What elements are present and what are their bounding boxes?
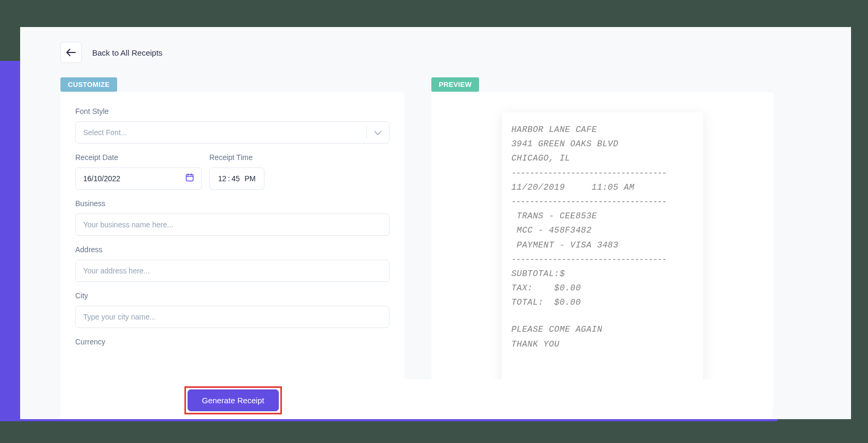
receipt-city: CHICAGO, IL	[511, 152, 694, 166]
receipt-divider: ----------------------------------	[511, 253, 694, 267]
date-time-row: Receipt Date 16/10/2022 Receipt Time	[75, 153, 389, 190]
receipt-time-input[interactable]: 12 : 45 PM	[209, 167, 264, 190]
font-style-field: Font Style Select Font...	[75, 107, 389, 144]
receipt-date-field: Receipt Date 16/10/2022	[75, 153, 202, 190]
receipt-preview: HARBOR LANE CAFE 3941 GREEN OAKS BLVD CH…	[502, 112, 703, 387]
customize-badge: CUSTOMIZE	[60, 77, 117, 92]
receipt-trans: TRANS - CEE853E	[511, 209, 694, 224]
city-field: City	[75, 291, 389, 328]
calendar-icon	[185, 173, 194, 184]
bottom-bar	[60, 379, 773, 419]
receipt-footer2: THANK YOU	[511, 338, 694, 352]
select-divider	[366, 126, 367, 139]
receipt-payment: PAYMENT - VISA 3483	[511, 238, 694, 253]
receipt-date-value: 16/10/2022	[83, 174, 120, 183]
back-nav: Back to All Receipts	[60, 42, 163, 63]
svg-rect-0	[187, 175, 193, 181]
receipt-divider: ----------------------------------	[511, 195, 694, 209]
receipt-time-field: Receipt Time 12 : 45 PM	[209, 153, 264, 190]
preview-badge: PREVIEW	[431, 77, 479, 92]
font-style-label: Font Style	[75, 107, 389, 116]
currency-field: Currency	[75, 338, 389, 346]
receipt-datetime: 11/20/2019 11:05 AM	[511, 181, 694, 195]
preview-panel: HARBOR LANE CAFE 3941 GREEN OAKS BLVD CH…	[431, 92, 774, 407]
font-style-select[interactable]: Select Font...	[75, 121, 389, 144]
business-input[interactable]	[75, 214, 389, 236]
back-label: Back to All Receipts	[92, 48, 163, 57]
main-card: Back to All Receipts CUSTOMIZE PREVIEW F…	[20, 27, 851, 419]
receipt-address: 3941 GREEN OAKS BLVD	[511, 137, 694, 152]
city-input[interactable]	[75, 306, 389, 328]
receipt-date-label: Receipt Date	[75, 153, 202, 162]
receipt-subtotal: SUBTOTAL:$	[511, 267, 694, 281]
receipt-time-label: Receipt Time	[209, 153, 264, 162]
address-label: Address	[75, 245, 389, 254]
receipt-tax: TAX: $0.00	[511, 281, 694, 296]
currency-label: Currency	[75, 338, 389, 346]
receipt-divider: ----------------------------------	[511, 166, 694, 181]
address-field: Address	[75, 245, 389, 282]
font-style-placeholder: Select Font...	[83, 128, 127, 137]
customize-panel: Font Style Select Font... Receipt Date 1…	[60, 92, 404, 407]
city-label: City	[75, 291, 389, 300]
business-label: Business	[75, 199, 389, 208]
time-hour: 12	[218, 174, 226, 183]
receipt-business: HARBOR LANE CAFE	[511, 123, 694, 137]
generate-highlight: Generate Receipt	[184, 386, 282, 414]
address-input[interactable]	[75, 260, 389, 282]
time-minute: 45	[232, 174, 240, 183]
arrow-left-icon	[66, 49, 76, 56]
receipt-footer1: PLEASE COME AGAIN	[511, 323, 694, 337]
business-field: Business	[75, 199, 389, 236]
time-ampm: PM	[245, 174, 256, 183]
receipt-date-input[interactable]: 16/10/2022	[75, 167, 202, 190]
back-button[interactable]	[60, 42, 82, 63]
chevron-down-icon	[374, 128, 382, 137]
receipt-mcc: MCC - 458F3482	[511, 224, 694, 238]
generate-receipt-button[interactable]: Generate Receipt	[188, 389, 279, 411]
receipt-total: TOTAL: $0.00	[511, 296, 694, 310]
